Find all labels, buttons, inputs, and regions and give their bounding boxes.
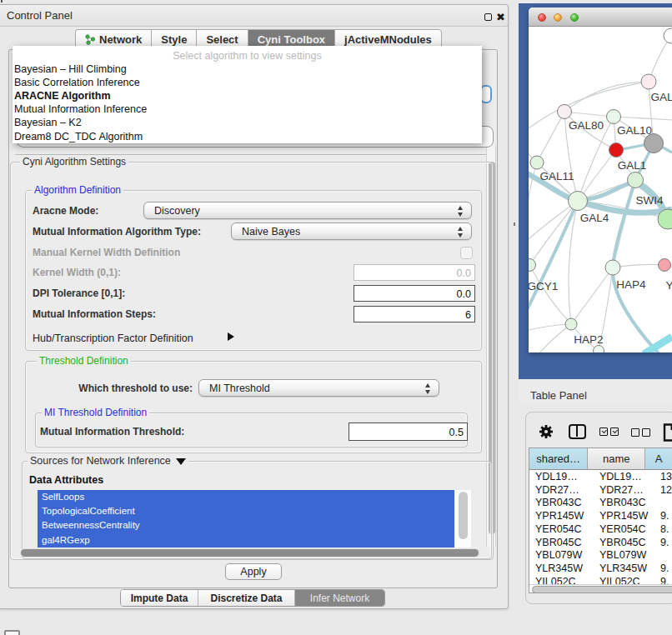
document-icon[interactable] — [663, 423, 672, 445]
network-canvas[interactable]: GALGAL80GAL10GAL1GAL11SWI4GAL4GCY1HAP4YH… — [529, 27, 672, 352]
table-row[interactable]: YBR043CYBR043C — [529, 497, 672, 509]
mi-threshold-label: Mutual Information Threshold: — [40, 426, 184, 438]
algorithm-dropdown-list: Select algorithm to view settings Bayesi… — [13, 46, 482, 143]
network-node[interactable] — [530, 156, 544, 169]
zoom-light-icon[interactable] — [570, 13, 579, 22]
table-row[interactable]: YBL079WYBL079W — [529, 549, 672, 562]
algorithm-combobox-fragment[interactable] — [480, 85, 492, 103]
gear-icon[interactable] — [539, 424, 554, 439]
table-cell: YER054C — [599, 523, 646, 535]
network-node[interactable] — [641, 74, 656, 89]
network-icon — [85, 34, 96, 45]
threshold-definition-title: Threshold Definition — [37, 356, 131, 367]
table-hscroll-thumb[interactable] — [532, 586, 672, 593]
dropdown-item[interactable]: Mutual Information Inference — [14, 103, 147, 115]
table-horizontal-scrollbar[interactable] — [529, 584, 672, 593]
dropdown-item[interactable]: Bayesian – Hill Climbing — [14, 63, 127, 75]
data-attributes-list[interactable]: SelfLoopsTopologicalCoefficientBetweenne… — [38, 490, 471, 548]
dropdown-item[interactable]: Dream8 DC_TDC Algorithm — [14, 131, 143, 142]
network-edge[interactable] — [564, 82, 649, 112]
table-row[interactable]: YER054CYER054C8. — [529, 522, 672, 535]
table-cell: 9. — [660, 562, 669, 574]
dropdown-item[interactable]: ARACNE Algorithm — [14, 90, 111, 102]
network-edge[interactable] — [529, 201, 578, 317]
close-light-icon[interactable] — [538, 13, 546, 22]
network-edge[interactable] — [614, 117, 672, 120]
table-cell: 9. — [660, 510, 669, 522]
collapse-arrow-icon[interactable] — [176, 458, 186, 465]
mi-threshold-field[interactable]: 0.5 — [349, 422, 468, 441]
manual-kernel-checkbox[interactable] — [460, 247, 473, 259]
aracne-mode-label: Aracne Mode: — [33, 205, 98, 217]
attribute-item[interactable]: BetweennessCentrality — [38, 518, 454, 532]
dropdown-item[interactable]: Bayesian – K2 — [14, 117, 82, 128]
dpi-tolerance-field[interactable]: 0.0 — [354, 285, 475, 302]
mi-steps-field[interactable]: 6 — [354, 306, 475, 322]
which-threshold-combobox[interactable]: MI Threshold — [198, 379, 439, 397]
network-node[interactable] — [664, 28, 672, 43]
sources-group-title[interactable]: Sources for Network Inference — [28, 456, 188, 467]
table-row[interactable]: YPR145WYPR145W9. — [529, 510, 672, 522]
bottom-tab-discretize-data[interactable]: Discretize Data — [198, 590, 295, 606]
bottom-tab-impute-data[interactable]: Impute Data — [121, 590, 198, 606]
network-node[interactable] — [594, 346, 604, 353]
network-edge[interactable] — [571, 268, 613, 324]
apply-button[interactable]: Apply — [225, 563, 282, 580]
network-node[interactable] — [609, 143, 624, 158]
table-panel-card: shared…nameA YDL19…YDL19…13YDR27…YDR27…1… — [525, 412, 672, 604]
table-row[interactable]: YDL19…YDL19…13 — [529, 471, 672, 483]
network-node[interactable] — [558, 105, 572, 119]
which-threshold-label: Which threshold to use: — [33, 382, 193, 394]
network-edge[interactable] — [584, 182, 635, 200]
network-node[interactable] — [569, 192, 588, 211]
attribute-item[interactable]: gal4RGexp — [38, 533, 454, 548]
control-panel-titlebar: Control Panel ✖ — [0, 5, 508, 27]
network-node[interactable] — [607, 110, 621, 124]
attributes-horizontal-scrollbar[interactable] — [20, 548, 480, 558]
aracne-mode-value: Discovery — [154, 205, 200, 217]
control-panel-title: Control Panel — [7, 9, 73, 22]
algorithm-definition-title: Algorithm Definition — [32, 185, 123, 196]
attributes-hscroll-thumb[interactable] — [21, 549, 479, 557]
data-attributes-label: Data Attributes — [29, 474, 103, 486]
which-threshold-value: MI Threshold — [209, 382, 270, 394]
table-row[interactable]: YBR045CYBR045C9. — [529, 536, 672, 548]
network-node[interactable] — [605, 260, 620, 275]
column-header-A[interactable]: A — [645, 448, 672, 470]
network-node[interactable] — [529, 259, 536, 272]
network-node[interactable] — [659, 259, 671, 272]
tab-label: Cyni Toolbox — [258, 33, 325, 46]
close-window-icon[interactable]: ✖ — [495, 12, 506, 22]
network-window-titlebar[interactable] — [529, 8, 672, 27]
hub-definition-label[interactable]: Hub/Transcription Factor Definition — [33, 332, 193, 344]
table-row[interactable]: YLR345WYLR345W9. — [529, 562, 672, 574]
table-cell: YLR345W — [535, 562, 583, 574]
mi-type-combobox[interactable]: Naive Bayes — [231, 222, 472, 240]
unchecked-boxes-icon[interactable] — [631, 428, 650, 437]
columns-icon[interactable] — [569, 424, 586, 439]
corner-button[interactable] — [4, 630, 20, 635]
column-header-name[interactable]: name — [588, 448, 645, 470]
bottom-tab-infer-network[interactable]: Infer Network — [295, 590, 384, 606]
splitter-handle[interactable] — [514, 222, 515, 226]
attributes-vertical-scrollbar[interactable] — [455, 490, 471, 548]
minimize-light-icon[interactable] — [554, 13, 562, 22]
table-cell: 8. — [660, 523, 669, 535]
node-label: GAL10 — [617, 124, 652, 137]
network-node[interactable] — [565, 318, 577, 330]
checked-boxes-icon[interactable] — [599, 428, 619, 436]
table-cell: YLR345W — [599, 562, 647, 574]
combo-stepper-icon — [458, 206, 464, 217]
attribute-item[interactable]: SelfLoops — [38, 490, 454, 504]
attribute-item[interactable]: TopologicalCoefficient — [38, 504, 454, 518]
table-row[interactable]: YDR27…YDR27…12 — [529, 483, 672, 496]
expand-arrow-icon[interactable] — [228, 332, 234, 341]
dropdown-item[interactable]: Basic Correlation Inference — [14, 77, 140, 88]
kernel-width-field[interactable]: 0.0 — [354, 264, 475, 281]
aracne-mode-combobox[interactable]: Discovery — [143, 202, 472, 219]
float-window-icon[interactable] — [483, 12, 494, 22]
network-view-window: GALGAL80GAL10GAL1GAL11SWI4GAL4GCY1HAP4YH… — [529, 8, 672, 352]
column-header-shared…[interactable]: shared… — [529, 448, 588, 470]
network-node[interactable] — [628, 172, 644, 188]
attributes-vscroll-thumb[interactable] — [459, 492, 468, 539]
